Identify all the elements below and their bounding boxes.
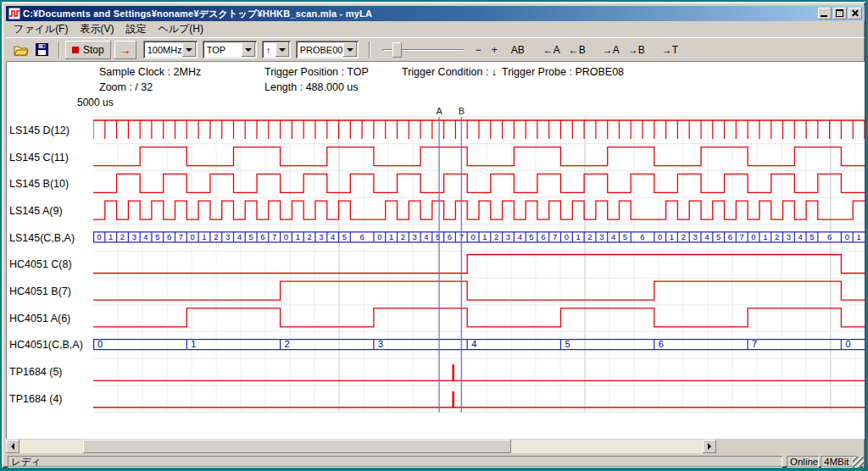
status-online: Online xyxy=(787,456,819,468)
goto-marker-b-left-button[interactable]: ←B xyxy=(565,42,589,58)
run-button[interactable]: → xyxy=(114,41,136,59)
waveform-channel xyxy=(93,391,865,407)
bus-value: 3 xyxy=(693,232,697,241)
trigger-position-select[interactable]: TOP xyxy=(203,41,257,58)
bus-value: 4 xyxy=(471,339,476,349)
bus-value: 4 xyxy=(424,232,428,241)
goto-marker-a-right-button[interactable]: →A xyxy=(599,42,623,58)
channel-label: LS145(C,B,A) xyxy=(9,231,93,245)
window-title: C:¥Documents and Settings¥noname¥デスクトップ¥… xyxy=(23,8,818,20)
bus-value: 1 xyxy=(482,232,487,241)
stop-button[interactable]: Stop xyxy=(65,41,111,59)
goto-marker-b-right-button[interactable]: →B xyxy=(625,42,648,58)
waveform-channel xyxy=(93,147,865,166)
chevron-down-icon xyxy=(279,48,286,52)
bus-value: 4 xyxy=(143,232,147,241)
bus-value: 0 xyxy=(751,232,755,241)
marker-a-label: A xyxy=(436,107,442,116)
titlebar[interactable]: C:¥Documents and Settings¥noname¥デスクトップ¥… xyxy=(6,6,865,21)
bus-value: 1 xyxy=(389,232,393,241)
bus-value: 7 xyxy=(272,232,276,241)
resize-grip[interactable] xyxy=(853,457,864,468)
trigger-edge-dropdown-button[interactable] xyxy=(275,42,289,57)
bus-value: 1 xyxy=(576,232,581,241)
app-icon xyxy=(8,8,20,19)
bus-value: 7 xyxy=(553,232,557,241)
marker-b-label: B xyxy=(459,107,465,116)
horizontal-scrollbar[interactable] xyxy=(6,440,716,453)
scroll-left-button[interactable] xyxy=(6,440,19,453)
bus-value: 3 xyxy=(413,232,417,241)
bus-value: 0 xyxy=(97,232,101,241)
trigger-probe-select[interactable]: PROBE00 xyxy=(296,41,359,58)
floppy-disk-icon xyxy=(36,43,48,56)
bus-value: 1 xyxy=(670,232,674,241)
channel-label: HC4051 B(7) xyxy=(9,285,93,298)
arrow-right-icon xyxy=(708,443,711,450)
menu-help[interactable]: ヘルプ(H) xyxy=(152,20,209,39)
bus-value: 2 xyxy=(494,232,498,241)
waveform-channel xyxy=(93,120,865,139)
bus-value: 2 xyxy=(214,232,218,241)
waveform-channel xyxy=(93,281,865,300)
trigger-probe-info: Trigger Probe : PROBE08 xyxy=(502,66,624,80)
ab-button[interactable]: AB xyxy=(508,42,528,58)
minimize-button[interactable] xyxy=(818,8,832,19)
bus-value: 2 xyxy=(285,339,290,349)
maximize-button[interactable] xyxy=(833,8,847,19)
zoom-slider-thumb[interactable] xyxy=(392,42,402,58)
trigger-edge-select[interactable]: ↑ xyxy=(262,41,291,58)
bus-value: 3 xyxy=(319,232,323,241)
channel-label: HC4051(C,B,A) xyxy=(9,338,93,352)
bus-value: 3 xyxy=(132,232,136,241)
trigger-position-dropdown-button[interactable] xyxy=(242,42,255,57)
bus-value: 6 xyxy=(541,232,545,241)
bus-value: 6 xyxy=(728,232,732,241)
minimize-icon xyxy=(821,15,827,17)
bus-value: 4 xyxy=(611,232,615,241)
stop-icon xyxy=(72,47,79,53)
arrow-left-icon xyxy=(11,443,14,450)
chevron-down-icon xyxy=(245,48,252,52)
waveform-channel xyxy=(93,201,865,219)
waveform-canvas[interactable]: 0123456701234567012345601234567012345670… xyxy=(93,107,865,413)
bus-value: 1 xyxy=(296,232,300,241)
bus-value: 1 xyxy=(108,232,113,241)
trigger-probe-dropdown-button[interactable] xyxy=(343,42,357,57)
zoom-in-button[interactable]: + xyxy=(488,42,501,58)
menu-view[interactable]: 表示(V) xyxy=(74,20,120,39)
bus-value: 5 xyxy=(529,232,533,241)
bus-value: 2 xyxy=(775,232,779,241)
status-ready: レディ xyxy=(8,456,782,468)
goto-marker-a-left-button[interactable]: ←A xyxy=(540,42,564,58)
bus-value: 7 xyxy=(740,232,744,241)
bus-value: 4 xyxy=(331,232,335,241)
app-window: C:¥Documents and Settings¥noname¥デスクトップ¥… xyxy=(2,2,865,468)
bus-value: 4 xyxy=(237,232,242,241)
bus-value: 0 xyxy=(377,232,381,241)
save-file-button[interactable] xyxy=(32,41,52,59)
open-file-button[interactable] xyxy=(11,41,31,59)
zoom-out-button[interactable]: − xyxy=(472,42,485,58)
menu-file[interactable]: ファイル(F) xyxy=(8,20,74,39)
zoom-slider[interactable] xyxy=(382,42,464,58)
bus-value: 5 xyxy=(155,232,159,241)
goto-trigger-button[interactable]: →T xyxy=(659,42,682,58)
bus-value: 0 xyxy=(284,232,288,241)
channel-label: HC4051 A(6) xyxy=(9,312,93,325)
menu-settings[interactable]: 設定 xyxy=(120,20,152,39)
bus-value: 1 xyxy=(202,232,206,241)
sample-rate-dropdown-button[interactable] xyxy=(182,42,196,57)
bus-value: 3 xyxy=(506,232,510,241)
bus-value: 6 xyxy=(640,232,644,241)
bus-value: 0 xyxy=(191,232,195,241)
length-info: Length : 488.000 us xyxy=(264,81,359,95)
bus-value: 5 xyxy=(248,232,253,241)
bus-value: 6 xyxy=(659,339,664,349)
close-button[interactable] xyxy=(849,8,862,19)
bus-value: 2 xyxy=(587,232,592,241)
sample-rate-select[interactable]: 100MHz xyxy=(143,41,198,58)
scrollbar-thumb[interactable] xyxy=(83,440,511,453)
scroll-right-button[interactable] xyxy=(703,440,716,453)
bus-value: 3 xyxy=(599,232,604,241)
